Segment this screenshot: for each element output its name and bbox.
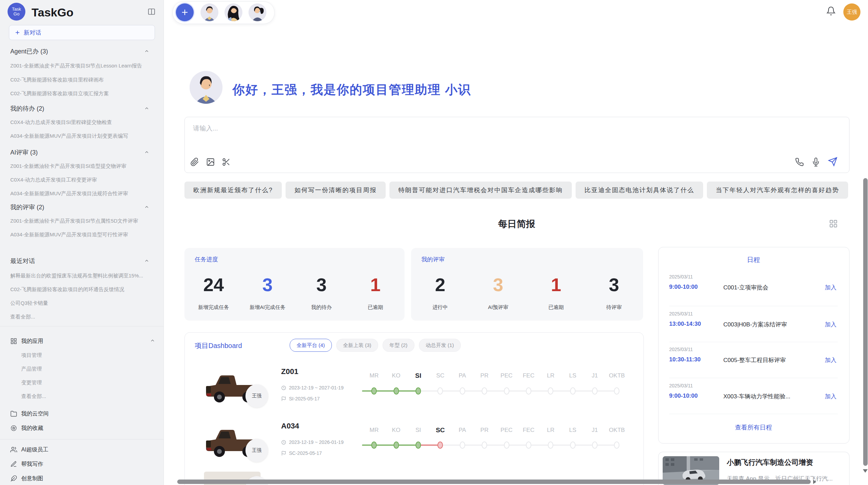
new-chat-button[interactable]: 新对话 (9, 25, 155, 40)
milestone-label: LR (540, 426, 562, 434)
suggestion-chip[interactable]: 当下年轻人对汽车外观有怎样的喜好趋势 (707, 182, 848, 199)
sidebar-item-my-apps[interactable]: 我的应用 (0, 334, 164, 348)
suggestion-chip[interactable]: 如何写一份清晰的项目周报 (286, 182, 386, 199)
scroll-right-arrow[interactable] (813, 480, 816, 484)
vertical-scrollbar[interactable] (863, 178, 868, 466)
tab-upfit[interactable]: 全新上装 (3) (336, 339, 378, 352)
suggestion-chip[interactable]: 比亚迪全固态电池计划具体说了什么 (576, 182, 703, 199)
event-time: 13:00-14:30 (669, 321, 701, 327)
join-link[interactable]: 加入 (825, 356, 836, 364)
stat-label: AI预评审 (479, 304, 517, 311)
sidebar-item[interactable]: A034-全新新能源MUV产品开发项目计划变更表编写 (10, 129, 156, 143)
section-header-my-todo[interactable]: 我的待办 (2) (10, 102, 154, 115)
recent-item[interactable]: 解释最新出台的欧盟报废车法规再生塑料比例被调至15%... (10, 269, 156, 283)
sidebar: Task Go TaskGo 新对话 Agent已办 (3) Z001-全新燃油… (0, 0, 164, 485)
app-item[interactable]: 变更管理 (21, 376, 155, 389)
user-avatar[interactable]: 王强 (843, 3, 860, 21)
project-code[interactable]: Z001 (281, 367, 298, 376)
mic-icon[interactable] (811, 158, 820, 166)
sidebar-item[interactable]: C0X4-动力总成开发项目SI里程碑提交物检查 (10, 115, 156, 129)
milestone-label: SC (429, 372, 451, 380)
task-progress-card: 任务进度 24新增完成任务 3新增AI完成任务 3我的待办 1已逾期 (184, 248, 405, 321)
folder-icon (10, 410, 17, 417)
app-logo: Task Go (8, 3, 25, 21)
milestone-label: LS (562, 426, 584, 434)
chevron-up-icon (150, 338, 155, 344)
stat-label: 已逾期 (357, 304, 394, 311)
sidebar-item-favorites[interactable]: 我的收藏 (0, 421, 164, 435)
suggestion-chip[interactable]: 欧洲新规最近颁布了什么? (184, 182, 282, 199)
tab-powertrain[interactable]: 动总开发 (1) (419, 339, 461, 352)
milestone-label: J1 (584, 426, 606, 434)
schedule-event: 2025/03/11 9:00-10:00 X003-车辆动力学性能验... 加… (658, 383, 849, 417)
join-link[interactable]: 加入 (825, 284, 836, 291)
view-all-schedule-link[interactable]: 查看所有日程 (658, 423, 849, 432)
milestone-label: LR (540, 372, 562, 380)
milestone-label: PEC (495, 372, 517, 380)
app-item[interactable]: 项目管理 (21, 348, 155, 362)
bell-icon[interactable] (826, 6, 836, 16)
send-icon[interactable] (828, 157, 837, 166)
card-title: 我的评审 (421, 256, 445, 263)
phone-icon[interactable] (795, 158, 804, 166)
suggestion-chip[interactable]: 特朗普可能对进口汽车增税会对中国车企造成哪些影响 (389, 182, 572, 199)
agent-avatar-3[interactable] (249, 3, 266, 21)
sidebar-divider (0, 326, 164, 326)
stat-value: 2 (421, 266, 459, 303)
sidebar-item[interactable]: Z001-全新燃油轻卡产品开发项目SI造型提交物评审 (10, 159, 156, 173)
event-date: 2025/03/11 (669, 274, 693, 279)
scroll-down-arrow[interactable] (863, 469, 868, 473)
image-icon[interactable] (206, 158, 215, 166)
section-header-recent[interactable]: 最近对话 (10, 254, 154, 268)
recent-view-all[interactable]: 查看全部... (10, 310, 156, 324)
sidebar-item[interactable]: C0X4-动力总成开发项目工程变更评审 (10, 173, 156, 187)
stat-value: 3 (479, 266, 517, 303)
sidebar-item[interactable]: A034-全新新能源MUV产品开发项目法规符合性评审 (10, 187, 156, 200)
chevron-up-icon (144, 204, 149, 210)
tab-model-year[interactable]: 年型 (2) (383, 339, 414, 352)
sidebar-collapse-icon[interactable] (147, 8, 156, 16)
sidebar-item[interactable]: Z001-全新燃油皮卡产品开发项目SI节点Lesson Learn报告 (10, 59, 156, 73)
sidebar-item-ai-employee[interactable]: AI超级员工 (0, 443, 164, 457)
section-header-agent-done[interactable]: Agent已办 (3) (10, 45, 154, 58)
chevron-up-icon (144, 106, 149, 111)
sidebar-item-help-write[interactable]: 帮我写作 (0, 457, 164, 471)
card-title: 任务进度 (195, 256, 218, 263)
apps-view-all[interactable]: 查看全部... (21, 389, 155, 403)
project-code[interactable]: A034 (281, 422, 299, 431)
sidebar-item-cloud-space[interactable]: 我的云空间 (0, 407, 164, 421)
event-name: C003|H0B-方案冻结评审 (723, 321, 787, 328)
sidebar-item[interactable]: A034-全新新能源MUV产品开发项目造型可行性评审 (10, 228, 156, 241)
news-title[interactable]: 小鹏飞行汽车制造公司增资 (727, 458, 840, 467)
stat: 1已逾期 (537, 266, 575, 321)
sidebar-item[interactable]: C02-飞腾新能源轻客改款项目立项汇报方案 (10, 87, 156, 100)
scissors-icon[interactable] (222, 158, 231, 166)
join-link[interactable]: 加入 (825, 321, 836, 328)
horizontal-scrollbar[interactable] (177, 480, 811, 484)
section-header-my-review[interactable]: 我的评审 (2) (10, 200, 154, 214)
flag-icon (281, 396, 286, 401)
agent-avatar-2[interactable] (225, 3, 242, 21)
milestone-label: PA (451, 426, 473, 434)
chevron-up-icon (144, 150, 149, 155)
new-chat-plus-button[interactable] (176, 3, 194, 21)
stat-value: 3 (595, 266, 633, 303)
sidebar-item[interactable]: Z001-全新燃油轻卡产品开发项目SI节点属性5D文件评审 (10, 214, 156, 228)
section-header-ai-review[interactable]: AI评审 (3) (10, 146, 154, 159)
event-time: 9:00-10:00 (669, 284, 698, 290)
join-link[interactable]: 加入 (825, 393, 836, 400)
chat-input[interactable] (192, 123, 708, 149)
attachment-icon[interactable] (190, 158, 199, 166)
agent-avatar-1[interactable] (201, 3, 218, 21)
recent-item[interactable]: 公司Q3轻卡销量 (10, 296, 156, 310)
sidebar-item-creative-draw[interactable]: 创意制图 (0, 471, 164, 485)
assistant-avatar (190, 71, 222, 104)
milestone-dots (363, 387, 628, 395)
recent-item[interactable]: C02-飞腾新能源轻客改款项目的闭环通告反馈情况 (10, 283, 156, 296)
sidebar-item[interactable]: C02-飞腾新能源轻客改款项目里程碑画布 (10, 73, 156, 87)
stat: 2进行中 (421, 266, 459, 321)
layout-grid-icon[interactable] (829, 219, 838, 228)
owner-name: 王强 (252, 447, 262, 453)
tab-platform[interactable]: 全新平台 (4) (290, 339, 332, 352)
app-item[interactable]: 产品管理 (21, 362, 155, 376)
